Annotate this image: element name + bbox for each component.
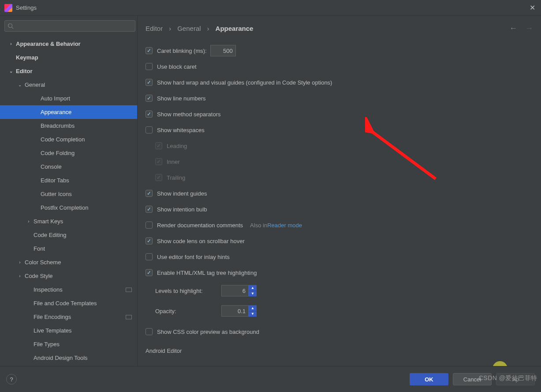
close-icon[interactable]: ✕ — [528, 4, 537, 12]
sidebar-item-file-and-code-templates[interactable]: File and Code Templates — [0, 296, 137, 310]
sidebar-item-code-folding[interactable]: Code Folding — [0, 146, 137, 160]
sidebar-item-label: File Encodings — [34, 314, 71, 320]
sidebar-item-label: File Types — [34, 341, 60, 348]
sidebar-item-label: Keymap — [16, 54, 38, 61]
cursor-highlight — [492, 361, 507, 366]
sidebar-item-keymap[interactable]: Keymap — [0, 51, 137, 64]
opt-render-doc: Render documentation commentsAlso in Rea… — [146, 217, 533, 233]
breadcrumb-appearance: Appearance — [216, 25, 254, 32]
checkbox-hard-wrap[interactable] — [146, 79, 153, 86]
breadcrumb: Editor› General› Appearance ← → — [146, 24, 533, 33]
sidebar-item-inspections[interactable]: Inspections — [0, 283, 137, 296]
sidebar-item-file-types[interactable]: File Types — [0, 337, 137, 351]
checkbox-method-separators[interactable] — [146, 111, 153, 118]
sidebar-item-appearance-behavior[interactable]: ›Appearance & Behavior — [0, 37, 137, 51]
sidebar-item-live-templates[interactable]: Live Templates — [0, 324, 137, 337]
checkbox-intention-bulb[interactable] — [146, 206, 153, 213]
help-button[interactable]: ? — [6, 374, 17, 385]
sidebar-item-label: Editor Tabs — [41, 177, 69, 184]
sidebar-item-breadcrumbs[interactable]: Breadcrumbs — [0, 119, 137, 133]
breadcrumb-general[interactable]: General — [177, 25, 201, 32]
sidebar-item-label: Smart Keys — [34, 218, 63, 225]
ok-button[interactable]: OK — [410, 373, 448, 385]
sidebar-item-auto-import[interactable]: Auto Import — [0, 92, 137, 105]
scope-badge-icon — [126, 288, 132, 292]
opt-whitespaces: Show whitespaces — [146, 122, 533, 138]
checkbox-code-lens[interactable] — [146, 237, 153, 244]
svg-line-1 — [12, 27, 14, 29]
sidebar-item-font[interactable]: Font — [0, 242, 137, 255]
sidebar-item-file-encodings[interactable]: File Encodings — [0, 310, 137, 324]
sidebar-item-label: Code Folding — [41, 150, 75, 156]
checkbox-tag-tree[interactable] — [146, 269, 153, 276]
checkbox-caret-blinking[interactable] — [146, 47, 153, 54]
sidebar-item-color-scheme[interactable]: ›Color Scheme — [0, 255, 137, 269]
opt-block-caret: Use block caret — [146, 59, 533, 74]
sidebar-item-android-design-tools[interactable]: Android Design Tools — [0, 351, 137, 365]
scope-badge-icon — [126, 315, 132, 319]
sidebar-item-label: Appearance — [41, 109, 71, 115]
svg-point-0 — [8, 24, 12, 28]
forward-icon[interactable]: → — [525, 24, 533, 33]
sidebar-item-console[interactable]: Console — [0, 160, 137, 174]
input-opacity[interactable] — [221, 305, 249, 317]
chevron-icon: › — [26, 219, 31, 224]
section-android-editor: Android Editor — [146, 348, 533, 354]
opt-hard-wrap: Show hard wrap and visual guides (config… — [146, 74, 533, 90]
sidebar-item-label: File and Code Templates — [34, 300, 97, 307]
sidebar-item-code-style[interactable]: ›Code Style — [0, 269, 137, 283]
checkbox-indent-guides[interactable] — [146, 190, 153, 197]
input-levels[interactable] — [221, 285, 249, 296]
checkbox-ws-inner — [155, 158, 162, 165]
checkbox-css-preview[interactable] — [146, 328, 153, 335]
opt-intention-bulb: Show intention bulb — [146, 201, 533, 217]
sidebar-item-gutter-icons[interactable]: Gutter Icons — [0, 187, 137, 201]
sidebar-item-label: Code Editing — [34, 232, 66, 238]
nav-tree: ›Appearance & BehaviorKeymap⌄Editor⌄Gene… — [0, 35, 137, 365]
sidebar-item-label: Color Scheme — [25, 259, 61, 266]
sidebar-item-general[interactable]: ⌄General — [0, 78, 137, 92]
sidebar-item-label: Code Style — [25, 273, 53, 279]
checkbox-render-doc[interactable] — [146, 222, 153, 229]
checkbox-inlay-font[interactable] — [146, 253, 153, 260]
opt-css-preview: Show CSS color preview as background — [146, 324, 533, 340]
opt-inlay-font: Use editor font for inlay hints — [146, 249, 533, 265]
footer: ? OK Cancel Ap — [0, 366, 541, 392]
sidebar-item-editor-tabs[interactable]: Editor Tabs — [0, 174, 137, 187]
sidebar-item-editor[interactable]: ⌄Editor — [0, 64, 137, 78]
titlebar: Settings ✕ — [0, 0, 541, 16]
back-icon[interactable]: ← — [509, 24, 517, 33]
sidebar-item-code-editing[interactable]: Code Editing — [0, 228, 137, 242]
search-input[interactable] — [4, 20, 135, 32]
link-reader-mode[interactable]: Reader mode — [267, 222, 302, 229]
checkbox-ws-trailing — [155, 174, 162, 181]
sidebar-item-label: Editor — [16, 68, 33, 74]
checkbox-whitespaces[interactable] — [146, 126, 153, 133]
opt-caret-blinking: Caret blinking (ms): — [146, 43, 533, 59]
chevron-icon: › — [18, 260, 22, 265]
sidebar-item-label: Postfix Completion — [41, 204, 88, 211]
checkbox-block-caret[interactable] — [146, 63, 153, 70]
sidebar-item-smart-keys[interactable]: ›Smart Keys — [0, 214, 137, 228]
input-caret-blinking-ms[interactable] — [210, 45, 236, 56]
breadcrumb-editor[interactable]: Editor — [146, 25, 163, 32]
chevron-icon: › — [9, 41, 13, 46]
app-icon — [4, 4, 12, 12]
sidebar-item-postfix-completion[interactable]: Postfix Completion — [0, 201, 137, 214]
sidebar-item-code-completion[interactable]: Code Completion — [0, 133, 137, 146]
sidebar: ›Appearance & BehaviorKeymap⌄Editor⌄Gene… — [0, 16, 138, 366]
opt-opacity: Opacity: ▲▼ — [155, 301, 533, 321]
search-icon — [7, 23, 14, 29]
chevron-icon: ⌄ — [18, 82, 22, 87]
spinner-levels[interactable]: ▲▼ — [249, 285, 257, 296]
opt-line-numbers: Show line numbers — [146, 90, 533, 106]
opt-code-lens: Show code lens on scrollbar hover — [146, 233, 533, 249]
opt-tag-tree: Enable HTML/XML tag tree highlighting — [146, 265, 533, 281]
sidebar-item-label: Live Templates — [34, 327, 71, 334]
checkbox-line-numbers[interactable] — [146, 95, 153, 102]
sidebar-item-appearance[interactable]: Appearance — [0, 105, 137, 119]
opt-levels: Levels to highlight: ▲▼ — [155, 281, 533, 301]
sidebar-item-label: Appearance & Behavior — [16, 41, 81, 47]
sidebar-item-label: Gutter Icons — [41, 191, 72, 197]
spinner-opacity[interactable]: ▲▼ — [249, 305, 257, 317]
